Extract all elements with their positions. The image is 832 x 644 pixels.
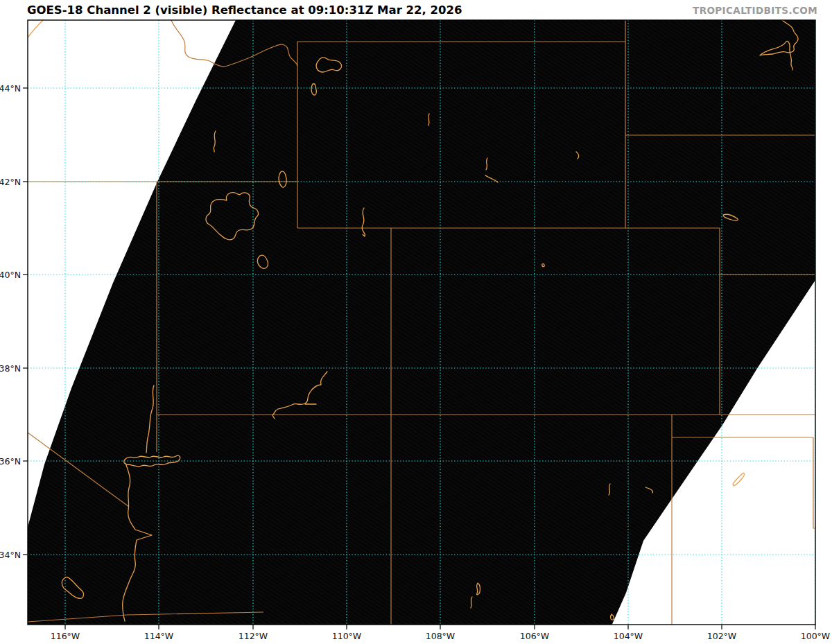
x-tick-label: 100°W <box>801 631 830 641</box>
y-tick-label: 36°N <box>0 456 21 467</box>
y-tick-label: 34°N <box>0 550 21 560</box>
y-tick-label: 42°N <box>0 177 21 187</box>
x-tick-label: 110°W <box>332 631 361 641</box>
x-tick-label: 104°W <box>614 631 643 641</box>
x-tick-label: 108°W <box>426 631 455 641</box>
satellite-map: 116°W114°W112°W110°W108°W106°W104°W102°W… <box>0 0 832 644</box>
x-tick-label: 112°W <box>239 631 268 641</box>
satellite-image-panel: GOES-18 Channel 2 (visible) Reflectance … <box>0 0 832 644</box>
x-tick-label: 116°W <box>51 631 80 641</box>
x-tick-label: 102°W <box>707 631 736 641</box>
boysen-reservoir <box>428 114 429 125</box>
x-tick-label: 114°W <box>144 631 173 641</box>
y-tick-label: 44°N <box>0 83 21 94</box>
y-tick-label: 38°N <box>0 363 21 374</box>
y-tick-label: 40°N <box>0 270 21 280</box>
x-tick-label: 106°W <box>520 631 549 641</box>
